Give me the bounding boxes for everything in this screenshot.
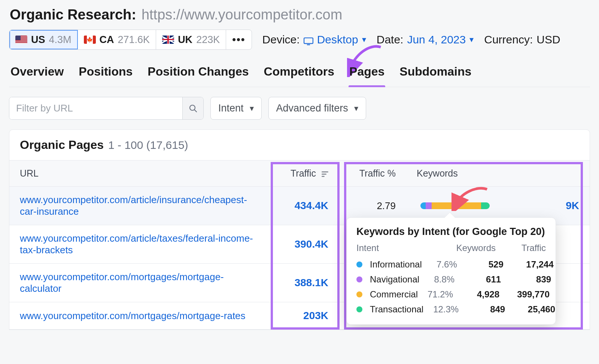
currency-label: Currency:	[484, 33, 533, 46]
search-icon	[189, 104, 198, 113]
advanced-filters-label: Advanced filters	[276, 103, 348, 114]
database-count: 271.6K	[118, 34, 150, 46]
flag-ca-icon	[84, 36, 96, 44]
sort-desc-icon	[322, 170, 328, 178]
database-chip-ca[interactable]: CA271.6K	[78, 30, 156, 49]
database-more-button[interactable]: •••	[226, 30, 251, 49]
intent-distribution-bar[interactable]	[420, 202, 490, 209]
intent-pct: 8.8%	[425, 274, 454, 285]
intent-traffic: 839	[506, 274, 551, 285]
intent-keywords: 4,928	[458, 289, 499, 300]
device-label: Device:	[262, 33, 300, 46]
database-selector: US4.3MCA271.6KUK223K•••	[9, 30, 252, 50]
tooltip-col-keywords: Keywords	[454, 243, 496, 253]
svg-rect-0	[304, 38, 313, 43]
chevron-down-icon: ▾	[250, 104, 254, 113]
intent-pct: 71.2%	[423, 289, 453, 300]
intent-filter[interactable]: Intent ▾	[210, 97, 262, 120]
intent-traffic: 17,244	[509, 259, 554, 270]
organic-pages-card: Organic Pages 1 - 100 (17,615) URL Traff…	[9, 129, 590, 330]
page-url-link[interactable]: www.yourcompetitor.com/mortgages/mortgag…	[20, 271, 224, 294]
advanced-filters[interactable]: Advanced filters ▾	[268, 97, 366, 120]
date-selector[interactable]: Date: Jun 4, 2023 ▾	[377, 33, 474, 46]
report-tabs: OverviewPositionsPosition ChangesCompeti…	[9, 61, 590, 87]
date-value: Jun 4, 2023	[407, 33, 466, 46]
intent-keywords: 849	[464, 304, 505, 315]
card-title: Organic Pages	[20, 138, 104, 152]
traffic-value: 203K	[303, 310, 328, 321]
database-code: CA	[100, 34, 114, 46]
intent-name: Navigational	[370, 274, 419, 285]
filters-row: Intent ▾ Advanced filters ▾	[9, 97, 590, 120]
svg-line-3	[194, 110, 197, 112]
col-traffic-label: Traffic	[291, 168, 316, 178]
flag-uk-icon	[162, 36, 174, 44]
traffic-pct-value: 2.79	[377, 200, 396, 211]
col-traffic-pct[interactable]: Traffic %	[339, 160, 406, 187]
tooltip-intent-row: Informational7.6%52917,244	[356, 257, 546, 272]
intent-name: Transactional	[370, 304, 423, 315]
page-title-row: Organic Research: https://www.yourcompet…	[10, 7, 590, 23]
keywords-by-intent-tooltip: Keywords by Intent (for Google Top 20) I…	[346, 217, 556, 325]
page-url-link[interactable]: www.yourcompetitor.com/mortgages/mortgag…	[20, 310, 246, 321]
tab-positions[interactable]: Positions	[78, 61, 133, 87]
currency-display: Currency: USD	[484, 33, 560, 46]
tooltip-intent-row: Transactional12.3%84925,460	[356, 302, 546, 317]
intent-color-dot	[356, 306, 362, 312]
intent-color-dot	[356, 261, 362, 267]
tooltip-title: Keywords by Intent (for Google Top 20)	[356, 226, 546, 238]
tooltip-intent-row: Commercial71.2%4,928399,770	[356, 287, 546, 302]
tab-subdomains[interactable]: Subdomains	[399, 61, 472, 87]
intent-keywords: 611	[460, 274, 501, 285]
tooltip-col-intent: Intent	[356, 243, 414, 253]
keywords-value[interactable]: 9K	[566, 200, 579, 212]
flag-us-icon	[15, 36, 27, 44]
intent-name: Commercial	[370, 289, 418, 300]
intent-filter-label: Intent	[218, 103, 244, 114]
date-label: Date:	[377, 33, 404, 46]
page-url-link[interactable]: www.yourcompetitor.com/article/insurance…	[20, 194, 247, 217]
desktop-icon	[304, 36, 313, 44]
intent-traffic: 25,460	[510, 304, 555, 315]
col-url[interactable]: URL	[9, 160, 264, 187]
device-selector[interactable]: Device: Desktop ▾	[262, 33, 366, 46]
svg-rect-1	[307, 45, 310, 45]
col-traffic[interactable]: Traffic	[264, 160, 339, 187]
currency-value: USD	[536, 33, 560, 46]
tooltip-intent-row: Navigational8.8%611839	[356, 272, 546, 287]
database-count: 4.3M	[49, 34, 72, 46]
tab-overview[interactable]: Overview	[10, 61, 64, 87]
toolbar: US4.3MCA271.6KUK223K••• Device: Desktop …	[9, 30, 590, 50]
page-title: Organic Research:	[10, 7, 136, 23]
tooltip-col-traffic: Traffic	[501, 243, 546, 253]
intent-pct: 7.6%	[427, 259, 457, 270]
card-header: Organic Pages 1 - 100 (17,615)	[9, 130, 590, 160]
tab-position-changes[interactable]: Position Changes	[147, 61, 249, 87]
url-filter-input[interactable]	[9, 97, 182, 119]
device-value: Desktop	[317, 33, 358, 46]
url-filter	[9, 97, 204, 120]
traffic-value: 434.4K	[295, 200, 328, 211]
database-chip-us[interactable]: US4.3M	[9, 30, 78, 49]
ellipsis-icon: •••	[232, 34, 245, 46]
database-code: US	[31, 34, 45, 46]
card-range: 1 - 100 (17,615)	[108, 139, 188, 152]
intent-color-dot	[356, 291, 362, 297]
page-title-domain: https://www.yourcompetitor.com	[142, 7, 342, 23]
col-keywords[interactable]: Keywords	[406, 160, 590, 187]
intent-traffic: 399,770	[505, 289, 550, 300]
page-url-link[interactable]: www.yourcompetitor.com/article/taxes/fed…	[20, 233, 253, 256]
tooltip-header: Intent Keywords Traffic	[356, 243, 546, 253]
chevron-down-icon: ▾	[469, 35, 474, 45]
tab-pages[interactable]: Pages	[349, 61, 385, 87]
intent-name: Informational	[370, 259, 422, 270]
database-chip-uk[interactable]: UK223K	[156, 30, 226, 49]
chevron-down-icon: ▾	[354, 104, 358, 113]
intent-keywords: 529	[462, 259, 504, 270]
chevron-down-icon: ▾	[362, 35, 366, 45]
tab-competitors[interactable]: Competitors	[263, 61, 335, 87]
traffic-value: 388.1K	[295, 277, 328, 288]
url-filter-search-button[interactable]	[182, 97, 203, 119]
intent-color-dot	[356, 276, 362, 282]
intent-pct: 12.3%	[429, 304, 459, 315]
